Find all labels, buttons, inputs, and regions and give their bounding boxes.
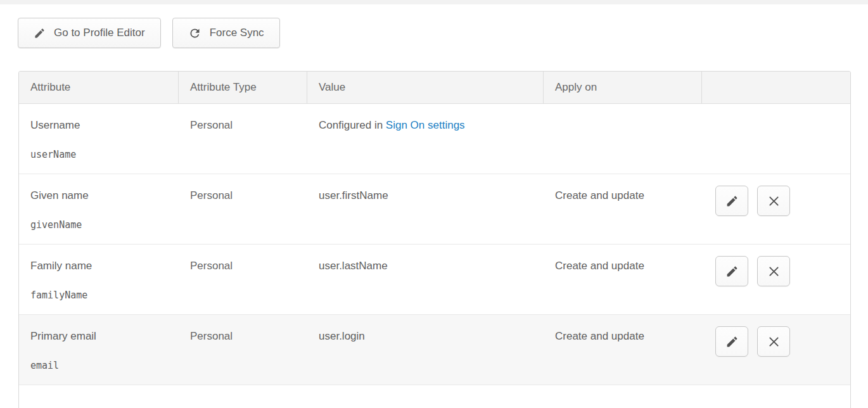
force-sync-button[interactable]: Force Sync bbox=[172, 18, 280, 48]
remove-attribute-button[interactable] bbox=[757, 326, 790, 357]
go-to-profile-editor-label: Go to Profile Editor bbox=[54, 27, 145, 39]
attribute-type: Personal bbox=[179, 315, 307, 385]
row-actions bbox=[702, 315, 850, 385]
close-icon bbox=[767, 194, 781, 208]
attribute-cell: Username userName bbox=[19, 104, 179, 174]
close-icon bbox=[767, 265, 781, 278]
attribute-cell: Given name givenName bbox=[19, 174, 179, 245]
column-header-attribute-type: Attribute Type bbox=[179, 72, 307, 104]
attribute-label: Given name bbox=[30, 189, 172, 202]
edit-attribute-button[interactable] bbox=[715, 186, 748, 216]
row-actions bbox=[702, 104, 850, 174]
sign-on-settings-link[interactable]: Sign On settings bbox=[386, 119, 465, 131]
table-row-given-name: Given name givenName Personal user.first… bbox=[19, 174, 850, 245]
attribute-label: Primary email bbox=[30, 330, 172, 343]
attribute-type: Personal bbox=[179, 104, 307, 174]
go-to-profile-editor-button[interactable]: Go to Profile Editor bbox=[18, 18, 161, 48]
apply-on-value: Create and update bbox=[544, 174, 702, 245]
column-header-value: Value bbox=[307, 72, 544, 104]
top-edge-strip bbox=[0, 0, 868, 4]
value-cell: user.login bbox=[307, 315, 544, 385]
table-row-family-name: Family name familyName Personal user.las… bbox=[19, 245, 850, 315]
partial-row-cell bbox=[19, 385, 850, 408]
value-cell: user.firstName bbox=[307, 174, 544, 245]
remove-attribute-button[interactable] bbox=[757, 256, 790, 286]
row-actions bbox=[702, 174, 850, 245]
attribute-variable-name: userName bbox=[30, 148, 172, 161]
remove-attribute-button[interactable] bbox=[757, 186, 790, 216]
attribute-type: Personal bbox=[179, 174, 307, 245]
value-cell: Configured in Sign On settings bbox=[307, 104, 544, 174]
attribute-label: Username bbox=[30, 119, 172, 132]
table-header-row: Attribute Attribute Type Value Apply on bbox=[19, 72, 850, 104]
attribute-cell: Primary email email bbox=[19, 315, 179, 385]
pencil-icon bbox=[34, 27, 46, 39]
row-actions bbox=[702, 245, 850, 315]
column-header-attribute: Attribute bbox=[19, 72, 179, 104]
force-sync-label: Force Sync bbox=[210, 27, 264, 39]
apply-on-value bbox=[544, 104, 702, 174]
pencil-icon bbox=[725, 335, 739, 348]
pencil-icon bbox=[725, 265, 739, 278]
apply-on-value: Create and update bbox=[544, 245, 702, 315]
edit-attribute-button[interactable] bbox=[715, 326, 748, 357]
table-row-username: Username userName Personal Configured in… bbox=[19, 104, 850, 174]
table-row-primary-email: Primary email email Personal user.login … bbox=[19, 315, 850, 385]
close-icon bbox=[767, 335, 781, 348]
toolbar: Go to Profile Editor Force Sync bbox=[18, 18, 868, 48]
attribute-variable-name: givenName bbox=[30, 219, 172, 231]
column-header-apply-on: Apply on bbox=[544, 72, 702, 104]
edit-attribute-button[interactable] bbox=[715, 256, 748, 286]
value-cell: user.lastName bbox=[307, 245, 544, 315]
pencil-icon bbox=[725, 194, 739, 208]
attribute-mappings-table: Attribute Attribute Type Value Apply on … bbox=[18, 71, 851, 408]
column-header-actions bbox=[702, 72, 850, 104]
sync-icon bbox=[188, 27, 201, 40]
attribute-type: Personal bbox=[179, 245, 307, 315]
attribute-label: Family name bbox=[30, 260, 172, 272]
attribute-cell: Family name familyName bbox=[19, 245, 179, 315]
apply-on-value: Create and update bbox=[544, 315, 702, 385]
attribute-variable-name: familyName bbox=[30, 289, 172, 302]
table-row-partial bbox=[19, 385, 850, 408]
value-text: Configured in bbox=[319, 119, 386, 131]
attribute-variable-name: email bbox=[30, 359, 172, 372]
